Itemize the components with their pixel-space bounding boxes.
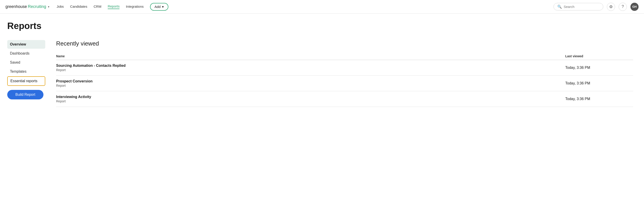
table-row[interactable]: Prospect Conversion Report Today, 3:36 P… — [56, 76, 633, 91]
section-title: Recently viewed — [56, 40, 633, 47]
main-content: Recently viewed Name Last viewed Sourcin… — [45, 40, 644, 107]
add-chevron-icon: ▾ — [162, 5, 164, 9]
page-body: Reports Overview Dashboards Saved Templa… — [0, 14, 644, 107]
sidebar-item-essential-reports[interactable]: Essential reports — [7, 76, 45, 86]
nav-link-crm[interactable]: CRM — [94, 5, 101, 9]
search-input[interactable] — [564, 5, 600, 9]
help-button[interactable]: ? — [619, 3, 627, 11]
avatar[interactable]: GH — [630, 3, 638, 11]
brand-recruiting-text: Recruiting — [28, 4, 46, 9]
report-info: Prospect Conversion Report — [56, 79, 565, 87]
nav-links: Jobs Candidates CRM Reports Integrations… — [56, 3, 546, 11]
report-type: Report — [56, 99, 565, 103]
nav-right: 🔍 ⚙ ? GH — [554, 3, 638, 11]
report-type: Report — [56, 68, 565, 72]
col-header-last-viewed: Last viewed — [565, 54, 633, 58]
brand-chevron-icon: ▾ — [48, 5, 49, 8]
add-button-label: Add — [154, 5, 161, 9]
table-row[interactable]: Interviewing Activity Report Today, 3:36… — [56, 91, 633, 107]
sidebar-item-saved[interactable]: Saved — [7, 58, 45, 67]
brand-logo[interactable]: greenhouse Recruiting ▾ — [6, 4, 49, 9]
sidebar-and-content: Overview Dashboards Saved Templates Esse… — [0, 40, 644, 107]
table-row[interactable]: Sourcing Automation - Contacts Replied R… — [56, 60, 633, 76]
settings-button[interactable]: ⚙ — [607, 3, 615, 11]
last-viewed: Today, 3:36 PM — [565, 81, 633, 85]
build-report-button[interactable]: Build Report — [7, 90, 44, 99]
sidebar-item-dashboards[interactable]: Dashboards — [7, 49, 45, 58]
add-button[interactable]: Add ▾ — [150, 3, 168, 11]
report-info: Interviewing Activity Report — [56, 95, 565, 103]
report-name: Sourcing Automation - Contacts Replied — [56, 64, 565, 68]
last-viewed: Today, 3:36 PM — [565, 97, 633, 101]
last-viewed: Today, 3:36 PM — [565, 66, 633, 70]
navbar: greenhouse Recruiting ▾ Jobs Candidates … — [0, 0, 644, 14]
search-box[interactable]: 🔍 — [554, 3, 603, 11]
report-type: Report — [56, 84, 565, 87]
sidebar: Overview Dashboards Saved Templates Esse… — [0, 40, 45, 107]
sidebar-item-overview[interactable]: Overview — [7, 40, 45, 49]
nav-link-jobs[interactable]: Jobs — [56, 5, 64, 9]
sidebar-item-templates[interactable]: Templates — [7, 67, 45, 76]
report-info: Sourcing Automation - Contacts Replied R… — [56, 64, 565, 72]
nav-link-integrations[interactable]: Integrations — [126, 5, 144, 9]
page-header: Reports — [0, 14, 644, 40]
col-header-name: Name — [56, 54, 565, 58]
page-title: Reports — [7, 21, 644, 31]
nav-link-reports[interactable]: Reports — [108, 4, 120, 9]
search-icon: 🔍 — [557, 5, 562, 9]
nav-link-candidates[interactable]: Candidates — [70, 5, 87, 9]
brand-greenhouse-text: greenhouse — [6, 4, 27, 9]
report-name: Interviewing Activity — [56, 95, 565, 99]
table-header: Name Last viewed — [56, 53, 633, 60]
report-name: Prospect Conversion — [56, 79, 565, 83]
